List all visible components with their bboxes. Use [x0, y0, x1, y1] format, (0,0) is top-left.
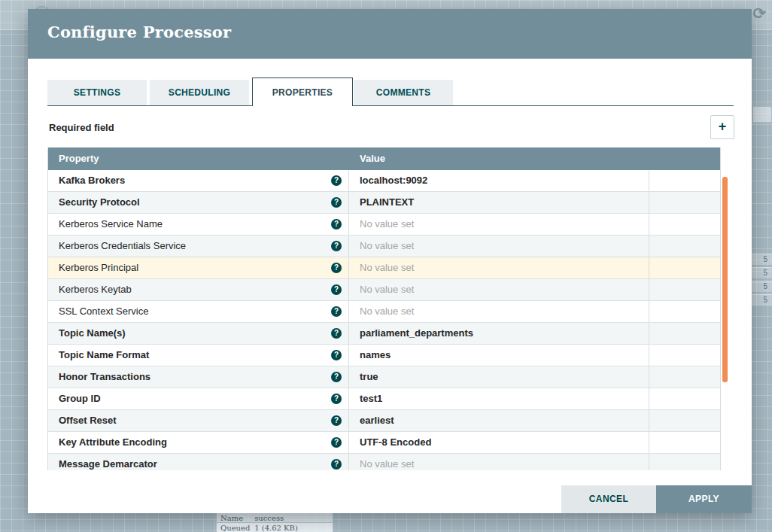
property-label: Group ID: [59, 393, 101, 404]
property-value[interactable]: UTF-8 Encoded: [349, 432, 649, 453]
property-value[interactable]: PLAINTEXT: [349, 192, 649, 213]
row-filler: [649, 388, 720, 409]
table-row[interactable]: Kerberos Keytab ? No value set: [48, 279, 720, 301]
help-icon[interactable]: ?: [331, 219, 342, 230]
cancel-button[interactable]: CANCEL: [561, 485, 656, 513]
property-value[interactable]: No value set: [349, 257, 649, 278]
property-cell: Kerberos Credentials Service ?: [48, 236, 349, 257]
table-header: Property Value: [48, 147, 720, 170]
property-label: Kerberos Credentials Service: [59, 240, 186, 251]
property-cell: Kerberos Principal ?: [48, 257, 349, 278]
table-row[interactable]: Kafka Brokers ? localhost:9092: [48, 170, 720, 192]
table-row[interactable]: Kerberos Credentials Service ? No value …: [48, 236, 720, 257]
help-icon[interactable]: ?: [331, 263, 342, 273]
row-filler: [649, 236, 720, 257]
property-cell: Key Attribute Encoding ?: [48, 432, 349, 453]
property-value[interactable]: parliament_departments: [349, 323, 649, 344]
tab-comments[interactable]: COMMENTS: [354, 80, 454, 105]
connection-queued-row: Queued 1 (4.62 KB): [216, 522, 333, 532]
property-value[interactable]: true: [349, 366, 649, 388]
property-label: Kerberos Keytab: [59, 284, 132, 295]
help-icon[interactable]: ?: [331, 175, 342, 186]
connection-name-row: Name success: [216, 512, 333, 522]
property-cell: SSL Context Service ?: [48, 301, 349, 322]
property-value[interactable]: earliest: [349, 410, 649, 431]
table-row[interactable]: Topic Name(s) ? parliament_departments: [48, 323, 720, 345]
table-row[interactable]: Topic Name Format ? names: [48, 345, 720, 366]
row-filler: [649, 323, 720, 344]
table-row[interactable]: Key Attribute Encoding ? UTF-8 Encoded: [48, 432, 720, 454]
row-filler: [649, 345, 720, 366]
table-scrollbar-thumb[interactable]: [722, 177, 728, 382]
row-filler: [649, 214, 720, 235]
row-filler: [649, 410, 720, 431]
connection-queued-value: 1 (4.62 KB): [254, 524, 298, 532]
row-filler: [649, 301, 720, 322]
property-label: Topic Name Format: [59, 349, 149, 360]
table-row[interactable]: Security Protocol ? PLAINTEXT: [48, 192, 720, 214]
help-icon[interactable]: ?: [331, 415, 342, 426]
help-icon[interactable]: ?: [331, 328, 342, 339]
property-cell: Kafka Brokers ?: [48, 170, 349, 191]
property-cell: Offset Reset ?: [48, 410, 349, 431]
table-row[interactable]: Offset Reset ? earliest: [48, 410, 720, 432]
property-value[interactable]: localhost:9092: [349, 170, 649, 191]
table-row[interactable]: Kerberos Service Name ? No value set: [48, 214, 720, 236]
apply-button[interactable]: APPLY: [656, 485, 752, 513]
canvas-component-fragment: [752, 106, 772, 123]
tab-settings[interactable]: SETTINGS: [47, 80, 148, 105]
dialog-header: Configure Processor: [28, 9, 752, 59]
help-icon[interactable]: ?: [331, 241, 342, 251]
property-value[interactable]: No value set: [349, 301, 649, 322]
property-cell: Security Protocol ?: [48, 192, 349, 213]
row-filler: [649, 170, 720, 191]
row-filler: [649, 454, 720, 470]
property-label: Topic Name(s): [59, 327, 126, 339]
help-icon[interactable]: ?: [331, 437, 342, 448]
property-value[interactable]: No value set: [349, 454, 649, 470]
table-row[interactable]: Honor Transactions ? true: [48, 366, 720, 388]
connection-label: Name success Queued 1 (4.62 KB): [216, 512, 333, 532]
help-icon[interactable]: ?: [331, 284, 342, 295]
tab-scheduling[interactable]: SCHEDULING: [150, 80, 251, 105]
table-row[interactable]: SSL Context Service ? No value set: [48, 301, 720, 323]
property-value[interactable]: names: [349, 345, 649, 366]
tab-bar: SETTINGS SCHEDULING PROPERTIES COMMENTS: [47, 78, 734, 108]
dialog-title: Configure Processor: [47, 23, 231, 41]
property-value[interactable]: No value set: [349, 279, 649, 300]
property-value[interactable]: test1: [349, 388, 649, 409]
help-icon[interactable]: ?: [331, 350, 342, 360]
tab-underline: [47, 105, 734, 106]
table-row[interactable]: Kerberos Principal ? No value set: [48, 257, 720, 279]
property-cell: Message Demarcator ?: [48, 454, 349, 470]
connection-queued-key: Queued: [220, 523, 252, 532]
row-filler: [649, 279, 720, 300]
table-row[interactable]: Group ID ? test1: [48, 388, 720, 410]
help-icon[interactable]: ?: [331, 372, 342, 382]
table-body: Kafka Brokers ? localhost:9092 Security …: [48, 170, 720, 470]
column-header-value: Value: [349, 147, 649, 170]
column-header-filler: [649, 147, 720, 170]
add-property-button[interactable]: +: [710, 115, 734, 139]
property-value[interactable]: No value set: [349, 214, 649, 235]
properties-table: Property Value Kafka Brokers ? localhost…: [47, 147, 721, 470]
help-icon[interactable]: ?: [331, 394, 342, 404]
refresh-icon[interactable]: ⟳: [752, 5, 766, 23]
connection-name-value: success: [254, 514, 284, 522]
property-label: Kafka Brokers: [59, 175, 125, 186]
help-icon[interactable]: ?: [331, 197, 342, 208]
property-label: SSL Context Service: [59, 306, 148, 317]
property-label: Kerberos Principal: [59, 262, 138, 273]
property-label: Key Attribute Encoding: [59, 436, 167, 448]
property-cell: Kerberos Service Name ?: [48, 214, 349, 235]
tab-properties[interactable]: PROPERTIES: [252, 78, 353, 106]
help-icon[interactable]: ?: [331, 306, 342, 317]
table-row[interactable]: Message Demarcator ? No value set: [48, 454, 720, 470]
help-icon[interactable]: ?: [331, 459, 342, 470]
property-label: Security Protocol: [59, 196, 140, 208]
property-value[interactable]: No value set: [349, 236, 649, 257]
property-cell: Kerberos Keytab ?: [48, 279, 349, 300]
property-label: Offset Reset: [59, 415, 117, 426]
configure-processor-dialog: Configure Processor SETTINGS SCHEDULING …: [28, 9, 752, 513]
row-filler: [649, 366, 720, 388]
